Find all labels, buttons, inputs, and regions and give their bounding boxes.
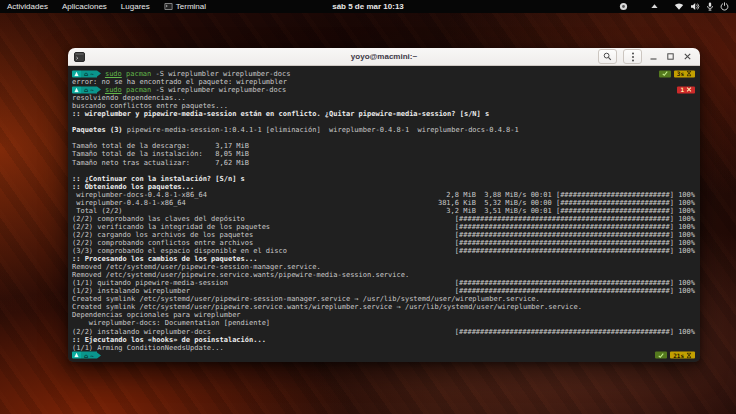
terminal-line [72,118,695,126]
terminal-line-text: ⌂~sudo pacman -S wireplumbler wireplumbe… [72,70,290,78]
terminal-line: Tamaño total de la descarga: 3,17 MiB [72,142,695,150]
terminal-line: (2/2) instalando wireplumber-docs[######… [72,328,695,336]
shell-prompt: ⌂~ [72,70,101,77]
terminal-line: (2/2) comprobando conflictos entre archi… [72,239,695,247]
terminal-line: error: no se ha encontrado el paquete: w… [72,78,695,86]
applications-menu[interactable]: Aplicaciones [55,0,114,13]
prompt-home-icon: ⌂ [84,351,88,359]
terminal-line-text: :: Procesando los cambios de los paquete… [72,255,257,263]
terminal-line: Removed /etc/systemd/user/pipewire.servi… [72,271,695,279]
terminal-line-text: (2/2) cargando los archivos de los paque… [72,231,253,239]
focused-app-label: Terminal [176,2,206,11]
terminal-line: (1/2) instalando wireplumber[###########… [72,287,695,295]
terminal-line: :: Obteniendo los paquetes... [72,183,695,191]
terminal-line-text: (1/2) instalando wireplumber [72,287,190,295]
terminal-line-text: wireplumber-0.4.8-1-x86_64 [72,199,186,207]
status-success-chip [655,352,667,359]
terminal-line-text: (2/2) verificando la integridad de los p… [72,223,270,231]
volume-icon[interactable] [687,0,703,13]
progress-bar: [#######################################… [455,239,695,247]
prompt-os-icon [72,86,81,93]
terminal-line-text: Tamaño total de la instalación: 8,05 MiB [72,150,249,158]
focused-app-menu[interactable]: Terminal [157,0,213,13]
terminal-line-text: ⌂~sudo pacman -S wireplumber wireplumber… [72,86,286,94]
terminal-line-text: Paquetes (3) pipewire-media-session-1:0.… [72,126,519,134]
terminal-body[interactable]: ⌂~sudo pacman -S wireplumbler wireplumbe… [68,66,700,362]
terminal-line-text: Removed /etc/systemd/user/pipewire.servi… [72,271,409,279]
terminal-line-text: (1/1) Arming ConditionNeedsUpdate... [72,344,224,352]
microphone-icon[interactable] [703,0,717,13]
shell-prompt: ⌂~ [72,86,101,93]
terminal-line-text: resolviendo dependencias... [72,94,186,102]
prompt-arrow [97,87,101,93]
terminal-line: :: wireplumber y pipewire-media-session … [72,110,695,118]
terminal-line: (1/1) quitando pipewire-media-session[##… [72,279,695,287]
terminal-line: ⌂~21s [72,352,695,360]
wifi-icon[interactable] [671,0,687,13]
prompt-status-chips: 21s [652,352,695,360]
activities-button[interactable]: Actividades [0,0,55,13]
places-menu[interactable]: Lugares [114,0,157,13]
terminal-line-text: :: ¿Continuar con la instalación? [S/n] … [72,175,245,183]
terminal-line: Removed /etc/systemd/user/pipewire-sessi… [72,263,695,271]
terminal-line: wireplumber-docs: Documentation [pendien… [72,319,695,327]
prompt-home-icon: ⌂ [84,70,88,78]
terminal-line: Created symlink /etc/systemd/user/pipewi… [72,295,695,303]
prompt-status-chips: 3s [656,70,695,78]
prompt-os-icon [72,352,81,359]
terminal-line: ⌂~sudo pacman -S wireplumber wireplumber… [72,86,695,94]
prompt-directory: ~ [90,70,94,78]
prompt-status-chips: 1 [674,86,695,94]
prompt-arrow [97,71,101,77]
terminal-line-text: Dependencias opcionales para wireplumber [72,311,241,319]
terminal-line-text: :: Obteniendo los paquetes... [72,183,194,191]
terminal-line-text: wireplumber-docs: Documentation [pendien… [72,319,270,327]
terminal-line: ⌂~sudo pacman -S wireplumbler wireplumbe… [72,70,695,78]
terminal-line-text: (2/2) instalando wireplumber-docs [72,328,211,336]
terminal-app-icon[interactable] [74,52,85,62]
terminal-line-text: ⌂~ [72,352,105,360]
terminal-line-text: (2/2) comprobando conflictos entre archi… [72,239,253,247]
status-area [616,0,736,13]
terminal-line-text: (3/3) comprobando el espacio disponible … [72,247,287,255]
terminal-line-text: Total (2/2) [72,207,123,215]
terminal-line-text: Tamaño total de la descarga: 3,17 MiB [72,142,249,150]
search-button[interactable] [598,49,617,64]
tray-expander-icon[interactable] [647,0,662,13]
terminal-line-text [72,118,76,126]
terminal-line: (1/1) Arming ConditionNeedsUpdate... [72,344,695,352]
headerbar[interactable]: yoyo@macmini:~ [68,48,700,66]
progress-bar: [#######################################… [455,287,695,295]
power-icon[interactable] [717,0,732,13]
shell-prompt: ⌂~ [72,352,101,359]
terminal-line: Created symlink /etc/systemd/user/pipewi… [72,303,695,311]
maximize-button[interactable] [665,51,676,62]
terminal-line-text [72,167,76,175]
terminal-line-text: wireplumber-docs-0.4.8-1-x86_64 [72,191,207,199]
terminal-line: Tamaño neto tras actualizar: 7,62 MiB [72,159,695,167]
terminal-line-text: Created symlink /etc/systemd/user/pipewi… [72,303,582,311]
prompt-os-icon [72,70,81,77]
menu-button[interactable] [623,49,642,64]
terminal-line: resolviendo dependencias... [72,94,695,102]
terminal-line: (2/2) verificando la integridad de los p… [72,223,695,231]
progress-bar: [#######################################… [455,279,695,287]
minimize-button[interactable] [648,51,659,62]
terminal-icon [164,2,173,11]
terminal-line-text: buscando conflictos entre paquetes... [72,102,228,110]
terminal-line: Tamaño total de la instalación: 8,05 MiB [72,150,695,158]
prompt-arrow [97,352,101,358]
terminal-line: buscando conflictos entre paquetes... [72,102,695,110]
progress-bar: [#######################################… [455,328,695,336]
terminal-line-text: Removed /etc/systemd/user/pipewire-sessi… [72,263,321,271]
terminal-line: Dependencias opcionales para wireplumber [72,311,695,319]
clock-label[interactable]: sáb 5 de mar 10:13 [332,2,404,11]
close-button[interactable] [682,51,693,62]
progress-bar: 2,8 MiB 3,88 MiB/s 00:01 [##############… [438,191,695,199]
headerbar-actions [598,49,700,64]
terminal-line: wireplumber-0.4.8-1-x86_64381,6 KiB 5,32… [72,199,695,207]
progress-bar: [#######################################… [455,231,695,239]
tray-app-icon[interactable] [616,0,631,13]
terminal-line: :: ¿Continuar con la instalación? [S/n] … [72,175,695,183]
terminal-line: Total (2/2) 3,2 MiB 3,51 MiB/s 00:01 [##… [72,207,695,215]
